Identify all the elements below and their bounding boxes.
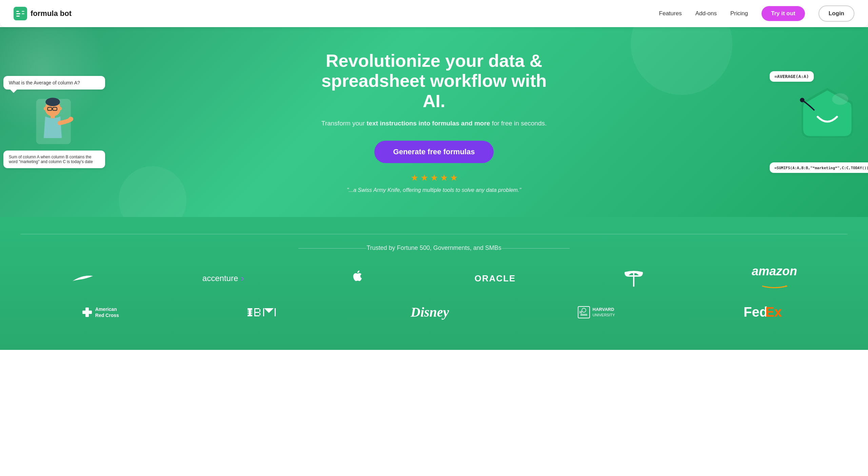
svg-rect-25 [248, 308, 252, 309]
trusted-title: Trusted by Fortune 500, Governments, and… [20, 244, 848, 252]
star-rating: ★ ★ ★ ★ ★ [312, 173, 556, 183]
svg-point-12 [44, 107, 46, 110]
svg-rect-14 [51, 115, 55, 118]
login-button[interactable]: Login [818, 5, 854, 22]
svg-rect-4 [22, 11, 24, 12]
subtitle-bold: text instructions into formulas and more [367, 120, 490, 127]
svg-point-8 [45, 98, 60, 106]
svg-rect-20 [82, 311, 92, 314]
svg-rect-2 [16, 13, 20, 14]
svg-rect-37 [275, 308, 276, 316]
svg-text:Fed: Fed [744, 305, 768, 319]
review-text: "...a Swiss Army Knife, offering multipl… [312, 187, 556, 193]
svg-rect-30 [254, 308, 255, 316]
logo-tesla [624, 269, 644, 288]
svg-marker-18 [786, 285, 788, 287]
bg-circle-2 [119, 166, 186, 217]
svg-text:Ex: Ex [765, 305, 782, 319]
logo-american-red-cross: American Red Cross [81, 306, 119, 318]
bg-circle-1 [631, 27, 732, 95]
try-button[interactable]: Try it out [762, 6, 805, 21]
trusted-section: Trusted by Fortune 500, Governments, and… [0, 217, 868, 350]
logo-icon [14, 7, 27, 20]
svg-rect-32 [255, 312, 259, 313]
svg-point-17 [832, 93, 848, 105]
svg-rect-26 [248, 310, 252, 311]
person-svg [34, 93, 75, 147]
svg-rect-33 [255, 315, 259, 316]
svg-rect-35 [259, 313, 260, 315]
hero-left-illustration: What is the Average of column A? [0, 27, 108, 217]
speech-bubble-top: What is the Average of column A? [3, 76, 105, 90]
svg-point-44 [582, 308, 586, 312]
logo-text: formula bot [31, 9, 72, 18]
hero-right-illustration: =AVERAGE(A:A) =S [760, 27, 868, 217]
hero-section: What is the Average of column A? [0, 27, 868, 217]
svg-rect-27 [248, 312, 252, 312]
logo-fedex: Fed Ex [743, 305, 787, 319]
speech-bubble-bottom: Sum of column A when column B contains t… [3, 151, 105, 168]
logos-row-2: American Red Cross [20, 304, 848, 321]
nav-links: Features Add-ons Pricing Try it out Logi… [659, 5, 854, 22]
svg-rect-29 [248, 315, 252, 316]
svg-text:H: H [579, 311, 582, 314]
logo-amazon: amazon [752, 265, 797, 292]
svg-text:Disney: Disney [410, 304, 449, 320]
nav-features[interactable]: Features [659, 10, 682, 17]
nav-addons[interactable]: Add-ons [695, 10, 717, 17]
star-5: ★ [450, 173, 458, 183]
star-4: ★ [440, 173, 448, 183]
logo-link[interactable]: formula bot [14, 7, 72, 20]
formula-bubble-top: =AVERAGE(A:A) [770, 71, 814, 82]
logo-accenture: accenture › [202, 273, 244, 284]
svg-point-13 [59, 107, 62, 110]
svg-point-15 [68, 117, 73, 121]
logo-disney: Disney [409, 304, 450, 321]
svg-rect-31 [255, 308, 259, 309]
formula-bubble-bottom: =SUMIFS(A:A,B:B,"*marketing*",C:C,TODAY(… [770, 162, 868, 173]
svg-rect-3 [16, 16, 20, 17]
logo-oracle: ORACLE [474, 273, 516, 284]
hero-title: Revolutionize your data & spreadsheet wo… [312, 51, 556, 112]
logos-row-1: accenture › ORACLE amazon [20, 265, 848, 292]
subtitle-prefix: Transform your [321, 120, 367, 127]
star-3: ★ [430, 173, 438, 183]
star-2: ★ [420, 173, 428, 183]
svg-rect-28 [248, 313, 252, 314]
logo-ibm [247, 305, 281, 319]
svg-marker-38 [264, 308, 274, 313]
person-figure [3, 93, 105, 147]
hero-subtitle: Transform your text instructions into fo… [312, 118, 556, 128]
generate-button[interactable]: Generate free formulas [374, 141, 494, 163]
nav-pricing[interactable]: Pricing [730, 10, 748, 17]
bot-svg [797, 81, 858, 146]
svg-rect-0 [14, 7, 27, 20]
bot-figure [797, 81, 858, 147]
svg-rect-34 [259, 309, 260, 312]
logo-harvard: H HARVARD UNIVERSITY [578, 306, 615, 318]
logo-apple [352, 270, 367, 287]
svg-rect-36 [263, 308, 264, 316]
svg-rect-5 [22, 13, 24, 14]
navbar: formula bot Features Add-ons Pricing Try… [0, 0, 868, 27]
subtitle-suffix: for free in seconds. [490, 120, 547, 127]
star-1: ★ [411, 173, 418, 183]
svg-rect-1 [16, 11, 19, 12]
hero-center: Revolutionize your data & spreadsheet wo… [312, 51, 556, 194]
logo-nike [71, 273, 95, 284]
